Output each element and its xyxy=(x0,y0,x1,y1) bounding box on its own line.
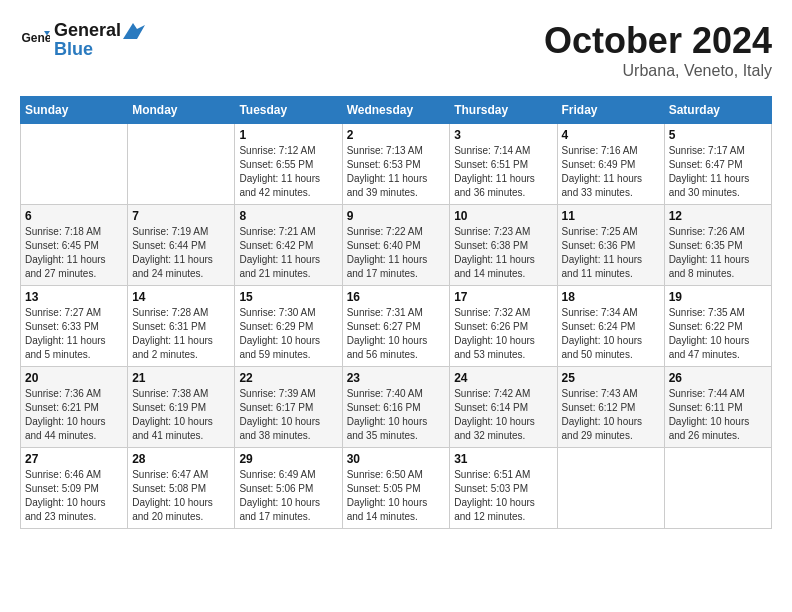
logo-bird-icon xyxy=(123,23,145,39)
logo: General General Blue xyxy=(20,20,145,60)
calendar-cell: 24Sunrise: 7:42 AM Sunset: 6:14 PM Dayli… xyxy=(450,367,557,448)
day-number: 17 xyxy=(454,290,552,304)
calendar-cell: 30Sunrise: 6:50 AM Sunset: 5:05 PM Dayli… xyxy=(342,448,450,529)
day-info: Sunrise: 6:51 AM Sunset: 5:03 PM Dayligh… xyxy=(454,468,552,524)
day-info: Sunrise: 7:30 AM Sunset: 6:29 PM Dayligh… xyxy=(239,306,337,362)
calendar-cell: 14Sunrise: 7:28 AM Sunset: 6:31 PM Dayli… xyxy=(128,286,235,367)
title-block: October 2024 Urbana, Veneto, Italy xyxy=(544,20,772,80)
calendar-cell: 27Sunrise: 6:46 AM Sunset: 5:09 PM Dayli… xyxy=(21,448,128,529)
calendar-cell: 28Sunrise: 6:47 AM Sunset: 5:08 PM Dayli… xyxy=(128,448,235,529)
day-number: 30 xyxy=(347,452,446,466)
weekday-header-wednesday: Wednesday xyxy=(342,97,450,124)
day-number: 15 xyxy=(239,290,337,304)
calendar-cell: 8Sunrise: 7:21 AM Sunset: 6:42 PM Daylig… xyxy=(235,205,342,286)
day-info: Sunrise: 7:25 AM Sunset: 6:36 PM Dayligh… xyxy=(562,225,660,281)
day-number: 31 xyxy=(454,452,552,466)
calendar-cell: 26Sunrise: 7:44 AM Sunset: 6:11 PM Dayli… xyxy=(664,367,771,448)
day-number: 5 xyxy=(669,128,767,142)
calendar-cell: 5Sunrise: 7:17 AM Sunset: 6:47 PM Daylig… xyxy=(664,124,771,205)
day-number: 6 xyxy=(25,209,123,223)
day-info: Sunrise: 7:27 AM Sunset: 6:33 PM Dayligh… xyxy=(25,306,123,362)
day-number: 26 xyxy=(669,371,767,385)
calendar-table: SundayMondayTuesdayWednesdayThursdayFrid… xyxy=(20,96,772,529)
day-info: Sunrise: 7:44 AM Sunset: 6:11 PM Dayligh… xyxy=(669,387,767,443)
calendar-cell: 7Sunrise: 7:19 AM Sunset: 6:44 PM Daylig… xyxy=(128,205,235,286)
day-info: Sunrise: 7:23 AM Sunset: 6:38 PM Dayligh… xyxy=(454,225,552,281)
weekday-header-saturday: Saturday xyxy=(664,97,771,124)
day-number: 1 xyxy=(239,128,337,142)
day-info: Sunrise: 7:19 AM Sunset: 6:44 PM Dayligh… xyxy=(132,225,230,281)
day-number: 9 xyxy=(347,209,446,223)
calendar-cell xyxy=(664,448,771,529)
day-info: Sunrise: 7:17 AM Sunset: 6:47 PM Dayligh… xyxy=(669,144,767,200)
day-info: Sunrise: 7:39 AM Sunset: 6:17 PM Dayligh… xyxy=(239,387,337,443)
day-number: 24 xyxy=(454,371,552,385)
day-info: Sunrise: 7:32 AM Sunset: 6:26 PM Dayligh… xyxy=(454,306,552,362)
calendar-header-row: SundayMondayTuesdayWednesdayThursdayFrid… xyxy=(21,97,772,124)
day-number: 12 xyxy=(669,209,767,223)
logo-general: General xyxy=(54,20,121,41)
weekday-header-monday: Monday xyxy=(128,97,235,124)
calendar-cell xyxy=(557,448,664,529)
calendar-week-5: 27Sunrise: 6:46 AM Sunset: 5:09 PM Dayli… xyxy=(21,448,772,529)
calendar-cell: 15Sunrise: 7:30 AM Sunset: 6:29 PM Dayli… xyxy=(235,286,342,367)
day-number: 27 xyxy=(25,452,123,466)
day-number: 22 xyxy=(239,371,337,385)
page-header: General General Blue October 2024 Urbana… xyxy=(20,20,772,80)
calendar-cell: 1Sunrise: 7:12 AM Sunset: 6:55 PM Daylig… xyxy=(235,124,342,205)
calendar-cell xyxy=(21,124,128,205)
weekday-header-friday: Friday xyxy=(557,97,664,124)
calendar-cell xyxy=(128,124,235,205)
calendar-week-2: 6Sunrise: 7:18 AM Sunset: 6:45 PM Daylig… xyxy=(21,205,772,286)
day-info: Sunrise: 7:26 AM Sunset: 6:35 PM Dayligh… xyxy=(669,225,767,281)
day-number: 20 xyxy=(25,371,123,385)
day-info: Sunrise: 7:13 AM Sunset: 6:53 PM Dayligh… xyxy=(347,144,446,200)
calendar-cell: 22Sunrise: 7:39 AM Sunset: 6:17 PM Dayli… xyxy=(235,367,342,448)
day-info: Sunrise: 7:40 AM Sunset: 6:16 PM Dayligh… xyxy=(347,387,446,443)
day-number: 19 xyxy=(669,290,767,304)
day-info: Sunrise: 7:38 AM Sunset: 6:19 PM Dayligh… xyxy=(132,387,230,443)
day-info: Sunrise: 7:22 AM Sunset: 6:40 PM Dayligh… xyxy=(347,225,446,281)
weekday-header-sunday: Sunday xyxy=(21,97,128,124)
month-title: October 2024 xyxy=(544,20,772,62)
calendar-cell: 21Sunrise: 7:38 AM Sunset: 6:19 PM Dayli… xyxy=(128,367,235,448)
calendar-cell: 4Sunrise: 7:16 AM Sunset: 6:49 PM Daylig… xyxy=(557,124,664,205)
day-number: 11 xyxy=(562,209,660,223)
calendar-cell: 10Sunrise: 7:23 AM Sunset: 6:38 PM Dayli… xyxy=(450,205,557,286)
calendar-cell: 20Sunrise: 7:36 AM Sunset: 6:21 PM Dayli… xyxy=(21,367,128,448)
day-info: Sunrise: 7:35 AM Sunset: 6:22 PM Dayligh… xyxy=(669,306,767,362)
day-info: Sunrise: 7:28 AM Sunset: 6:31 PM Dayligh… xyxy=(132,306,230,362)
day-number: 28 xyxy=(132,452,230,466)
day-info: Sunrise: 7:21 AM Sunset: 6:42 PM Dayligh… xyxy=(239,225,337,281)
day-number: 2 xyxy=(347,128,446,142)
day-info: Sunrise: 6:47 AM Sunset: 5:08 PM Dayligh… xyxy=(132,468,230,524)
day-number: 16 xyxy=(347,290,446,304)
weekday-header-thursday: Thursday xyxy=(450,97,557,124)
day-info: Sunrise: 7:16 AM Sunset: 6:49 PM Dayligh… xyxy=(562,144,660,200)
day-number: 8 xyxy=(239,209,337,223)
day-number: 18 xyxy=(562,290,660,304)
day-number: 25 xyxy=(562,371,660,385)
calendar-cell: 2Sunrise: 7:13 AM Sunset: 6:53 PM Daylig… xyxy=(342,124,450,205)
logo-icon: General xyxy=(20,25,50,55)
day-info: Sunrise: 6:49 AM Sunset: 5:06 PM Dayligh… xyxy=(239,468,337,524)
day-info: Sunrise: 7:43 AM Sunset: 6:12 PM Dayligh… xyxy=(562,387,660,443)
day-info: Sunrise: 6:50 AM Sunset: 5:05 PM Dayligh… xyxy=(347,468,446,524)
calendar-week-3: 13Sunrise: 7:27 AM Sunset: 6:33 PM Dayli… xyxy=(21,286,772,367)
logo-blue: Blue xyxy=(54,39,145,60)
day-info: Sunrise: 7:34 AM Sunset: 6:24 PM Dayligh… xyxy=(562,306,660,362)
calendar-cell: 19Sunrise: 7:35 AM Sunset: 6:22 PM Dayli… xyxy=(664,286,771,367)
day-info: Sunrise: 6:46 AM Sunset: 5:09 PM Dayligh… xyxy=(25,468,123,524)
calendar-cell: 12Sunrise: 7:26 AM Sunset: 6:35 PM Dayli… xyxy=(664,205,771,286)
calendar-cell: 16Sunrise: 7:31 AM Sunset: 6:27 PM Dayli… xyxy=(342,286,450,367)
calendar-week-4: 20Sunrise: 7:36 AM Sunset: 6:21 PM Dayli… xyxy=(21,367,772,448)
calendar-cell: 31Sunrise: 6:51 AM Sunset: 5:03 PM Dayli… xyxy=(450,448,557,529)
day-number: 21 xyxy=(132,371,230,385)
day-info: Sunrise: 7:31 AM Sunset: 6:27 PM Dayligh… xyxy=(347,306,446,362)
day-number: 29 xyxy=(239,452,337,466)
day-info: Sunrise: 7:36 AM Sunset: 6:21 PM Dayligh… xyxy=(25,387,123,443)
weekday-header-tuesday: Tuesday xyxy=(235,97,342,124)
day-info: Sunrise: 7:42 AM Sunset: 6:14 PM Dayligh… xyxy=(454,387,552,443)
calendar-cell: 11Sunrise: 7:25 AM Sunset: 6:36 PM Dayli… xyxy=(557,205,664,286)
day-number: 4 xyxy=(562,128,660,142)
